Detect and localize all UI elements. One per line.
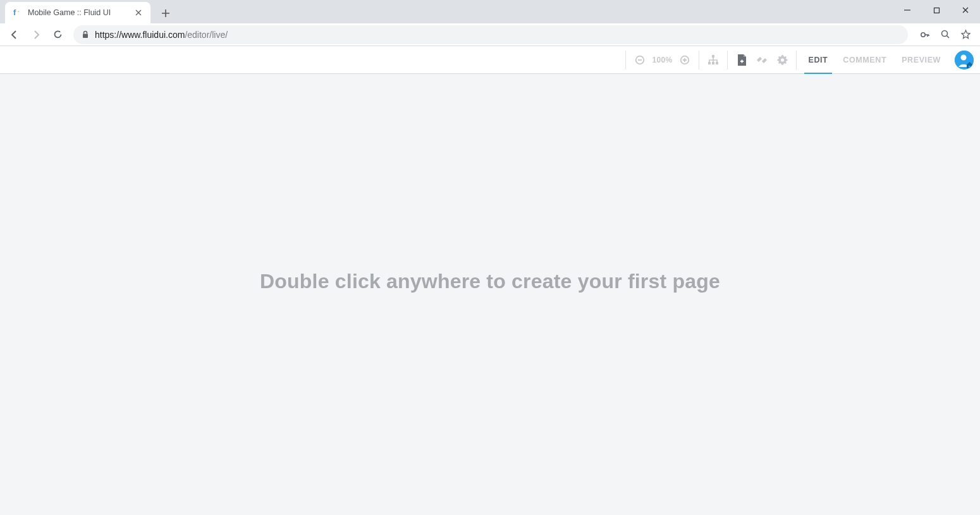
svg-rect-2 (934, 8, 939, 13)
toolbar-divider (796, 51, 797, 70)
browser-address-bar: https://www.fluidui.com/editor/live/ (0, 23, 980, 46)
svg-rect-9 (708, 62, 711, 64)
mode-tab-preview[interactable]: PREVIEW (894, 46, 948, 74)
browser-tab-strip: f• Mobile Game :: Fluid UI (0, 0, 980, 23)
mode-tabs: EDIT COMMENT PREVIEW (800, 46, 948, 74)
svg-text:f: f (13, 8, 16, 17)
svg-point-5 (941, 31, 947, 37)
new-tab-button[interactable] (157, 4, 175, 22)
mode-tab-label: PREVIEW (902, 56, 941, 64)
browser-tab[interactable]: f• Mobile Game :: Fluid UI (5, 2, 150, 23)
svg-text:•: • (18, 9, 19, 13)
url-path: /editor/live/ (185, 30, 228, 40)
close-window-button[interactable] (951, 0, 980, 20)
mode-tab-edit[interactable]: EDIT (800, 46, 835, 74)
mode-tab-label: COMMENT (843, 56, 886, 64)
mode-tab-label: EDIT (808, 56, 828, 64)
back-button[interactable] (5, 25, 24, 44)
url-input[interactable]: https://www.fluidui.com/editor/live/ (73, 25, 908, 44)
key-icon[interactable] (919, 29, 931, 40)
sitemap-icon[interactable] (703, 50, 723, 70)
svg-rect-15 (969, 66, 971, 68)
favicon-icon: f• (13, 8, 23, 18)
toolbar-divider (727, 51, 728, 70)
svg-point-4 (921, 32, 925, 36)
zoom-in-icon[interactable] (675, 50, 695, 70)
forward-button[interactable] (27, 25, 46, 44)
toolbar-divider (699, 51, 699, 70)
zoom-level-label: 100% (652, 56, 673, 64)
user-home-avatar[interactable] (955, 51, 974, 70)
svg-rect-3 (83, 34, 88, 39)
svg-rect-11 (716, 62, 718, 64)
minimize-button[interactable] (893, 0, 922, 20)
toolbar-divider (625, 51, 626, 70)
browser-tab-title: Mobile Game :: Fluid UI (28, 8, 129, 17)
zoom-page-icon[interactable] (940, 29, 951, 40)
svg-rect-8 (712, 55, 714, 58)
editor-canvas[interactable]: Double click anywhere to create your fir… (0, 74, 980, 515)
reload-button[interactable] (48, 25, 67, 44)
svg-point-12 (781, 58, 784, 61)
zoom-controls: 100% (630, 50, 695, 70)
lock-icon (81, 30, 90, 39)
url-host: https://www.fluidui.com (95, 30, 185, 40)
add-page-icon[interactable] (732, 50, 752, 70)
mode-tab-comment[interactable]: COMMENT (835, 46, 894, 74)
bookmark-star-icon[interactable] (960, 29, 971, 40)
svg-point-14 (961, 54, 967, 60)
window-controls (893, 0, 980, 20)
close-tab-icon[interactable] (134, 8, 143, 17)
zoom-out-icon[interactable] (630, 50, 650, 70)
gear-icon[interactable] (772, 50, 792, 70)
app-toolbar: 100% EDIT COMMENT PREVIEW (0, 46, 980, 74)
maximize-button[interactable] (922, 0, 951, 20)
link-icon[interactable] (752, 50, 772, 70)
svg-rect-10 (712, 62, 714, 64)
address-bar-actions (919, 29, 971, 40)
url-text: https://www.fluidui.com/editor/live/ (95, 30, 228, 40)
canvas-hint-text: Double click anywhere to create your fir… (0, 270, 980, 293)
